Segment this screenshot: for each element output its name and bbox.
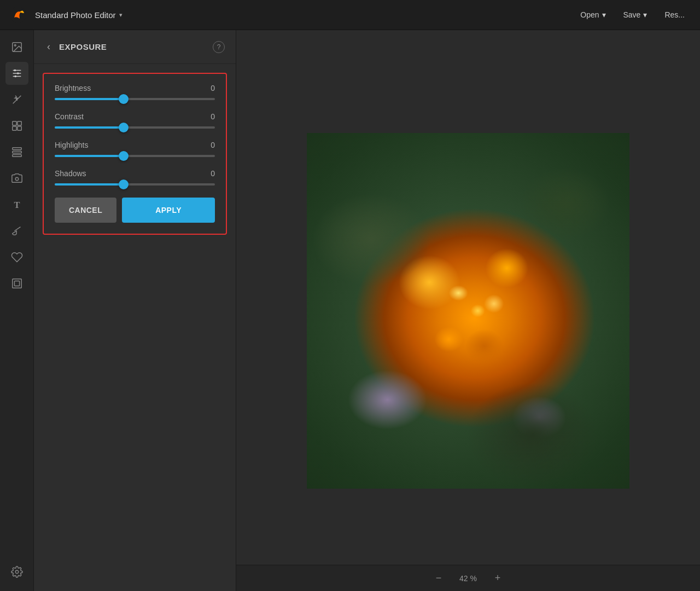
svg-text:T: T	[14, 200, 20, 210]
svg-point-7	[17, 72, 19, 74]
brightness-value: 0	[211, 84, 215, 92]
panel-title: EXPOSURE	[59, 42, 206, 51]
zoom-in-icon: +	[495, 572, 501, 584]
rail-sliders-icon[interactable]	[5, 62, 28, 85]
rail-image-icon[interactable]	[5, 36, 28, 59]
zoom-level: 42 %	[455, 574, 481, 583]
svg-rect-18	[12, 279, 21, 288]
open-chevron-icon: ▾	[602, 10, 606, 19]
cancel-button[interactable]: CANCEL	[55, 198, 116, 223]
bottom-bar: − 42 % +	[236, 565, 700, 591]
rail-camera-icon[interactable]	[5, 167, 28, 190]
rail-brush-icon[interactable]	[5, 219, 28, 242]
svg-point-2	[14, 44, 16, 46]
panel-help-button[interactable]: ?	[213, 41, 225, 53]
rail-text-icon[interactable]: T	[5, 193, 28, 216]
apply-button[interactable]: APPLY	[122, 198, 215, 223]
rose-image	[307, 133, 629, 489]
brightness-slider[interactable]	[55, 98, 215, 100]
shadows-slider[interactable]	[55, 183, 215, 186]
rail-heart-icon[interactable]	[5, 246, 28, 269]
zoom-in-button[interactable]: +	[490, 571, 505, 586]
shadows-value: 0	[211, 169, 215, 178]
highlights-value: 0	[211, 141, 215, 149]
highlights-label: Highlights	[55, 141, 88, 149]
svg-rect-11	[12, 126, 16, 130]
rail-grid-icon[interactable]	[5, 114, 28, 137]
exposure-controls-box: Brightness 0 Contrast 0	[43, 73, 227, 235]
svg-point-6	[14, 69, 16, 72]
svg-rect-12	[17, 126, 21, 130]
save-button[interactable]: Save ▾	[617, 7, 654, 22]
svg-rect-13	[12, 148, 21, 150]
brightness-group: Brightness 0	[55, 84, 215, 100]
contrast-group: Contrast 0	[55, 112, 215, 129]
action-buttons: CANCEL APPLY	[55, 198, 215, 223]
topbar-actions: Open ▾ Save ▾ Res...	[574, 7, 691, 22]
save-chevron-icon: ▾	[643, 10, 647, 19]
highlights-slider[interactable]	[55, 155, 215, 157]
svg-point-20	[15, 570, 19, 573]
topbar: Standard Photo Editor ▾ Open ▾ Save ▾ Re…	[0, 0, 700, 30]
shadows-label: Shadows	[55, 169, 86, 178]
app-logo-icon	[9, 5, 27, 24]
icon-rail: T	[0, 30, 34, 591]
panel-header: ‹ EXPOSURE ?	[34, 30, 236, 64]
svg-rect-15	[12, 155, 21, 157]
brightness-label: Brightness	[55, 84, 91, 92]
svg-point-8	[14, 76, 16, 78]
main-layout: T ‹ EXPOSURE ?	[0, 30, 700, 591]
svg-rect-14	[12, 151, 21, 153]
shadows-group: Shadows 0	[55, 169, 215, 186]
photo-display	[307, 133, 629, 489]
side-panel: ‹ EXPOSURE ? Brightness 0	[34, 30, 236, 591]
reset-button[interactable]: Res...	[658, 7, 691, 22]
contrast-slider[interactable]	[55, 126, 215, 129]
app-title: Standard Photo Editor	[35, 10, 116, 20]
zoom-out-button[interactable]: −	[431, 571, 446, 586]
rail-settings-icon[interactable]	[5, 560, 28, 583]
highlights-group: Highlights 0	[55, 141, 215, 157]
zoom-out-icon: −	[436, 572, 442, 584]
contrast-label: Contrast	[55, 112, 84, 121]
app-title-area[interactable]: Standard Photo Editor ▾	[35, 10, 122, 20]
rail-layout-icon[interactable]	[5, 141, 28, 164]
contrast-value: 0	[211, 112, 215, 121]
svg-rect-19	[14, 281, 19, 286]
open-button[interactable]: Open ▾	[574, 7, 612, 22]
panel-back-button[interactable]: ‹	[45, 40, 52, 54]
canvas-area: − 42 % +	[236, 30, 700, 591]
back-arrow-icon: ‹	[47, 41, 50, 52]
rail-frame-icon[interactable]	[5, 272, 28, 295]
photo-container	[307, 133, 629, 489]
svg-rect-9	[12, 121, 16, 125]
title-chevron-icon: ▾	[119, 11, 122, 19]
svg-point-16	[15, 177, 19, 181]
svg-rect-10	[17, 121, 21, 125]
rail-magic-icon[interactable]	[5, 88, 28, 111]
